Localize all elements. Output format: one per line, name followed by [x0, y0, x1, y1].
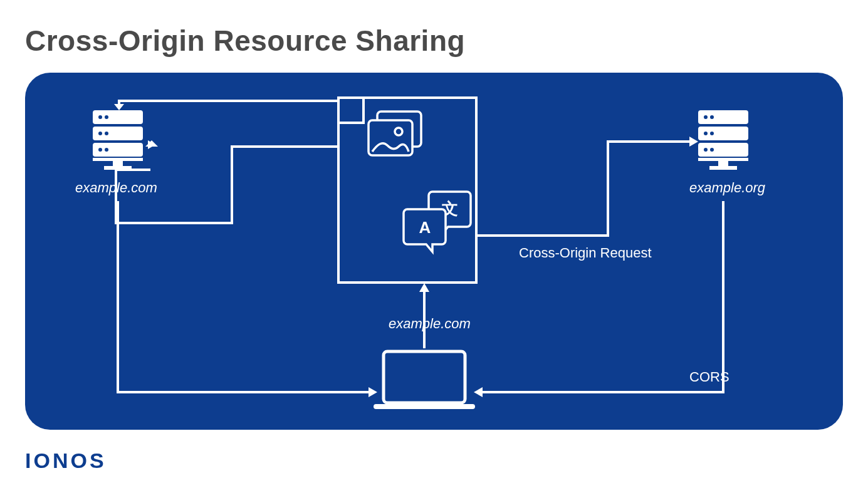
server-left-label: example.com — [75, 180, 157, 196]
translate-icon: 文 A — [404, 192, 471, 252]
center-domain-label: example.com — [389, 316, 471, 332]
brand-logo: IONOS — [25, 449, 107, 473]
translate-glyph-cjk: 文 — [442, 199, 458, 218]
server-icon — [698, 110, 748, 170]
svg-point-14 — [395, 128, 402, 135]
diagram-title: Cross-Origin Resource Sharing — [25, 24, 465, 58]
cors-label: CORS — [689, 369, 729, 385]
translate-glyph-a: A — [419, 218, 431, 237]
svg-rect-15 — [384, 351, 465, 403]
server-right-label: example.org — [689, 180, 765, 196]
diagram-panel: example.com example.org Cross-Origin Req… — [25, 73, 843, 430]
svg-rect-12 — [377, 112, 421, 147]
laptop-icon — [376, 351, 473, 407]
server-icon — [93, 110, 143, 170]
document-icon — [338, 98, 476, 283]
svg-rect-13 — [369, 120, 412, 155]
images-icon — [369, 112, 421, 155]
cross-origin-request-label: Cross-Origin Request — [519, 245, 652, 261]
